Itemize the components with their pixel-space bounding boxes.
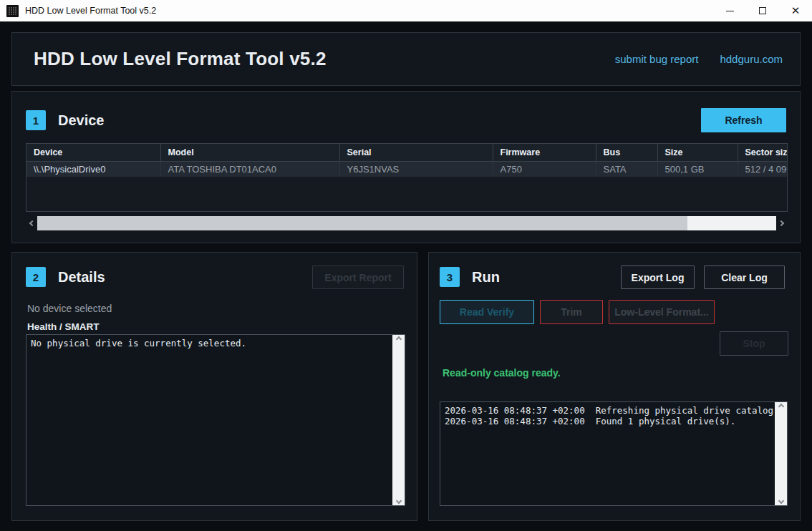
submit-bug-report-link[interactable]: submit bug report <box>615 53 699 65</box>
details-section-title: Details <box>58 269 105 286</box>
window-title: HDD Low Level Format Tool v5.2 <box>25 6 156 16</box>
scroll-left-icon[interactable] <box>26 216 37 230</box>
close-button[interactable]: ✕ <box>779 0 812 21</box>
maximize-button[interactable] <box>746 0 779 21</box>
table-header-cell[interactable]: Serial <box>339 144 493 161</box>
log-line: 2026-03-16 08:48:37 +02:00 Refreshing ph… <box>445 405 770 416</box>
table-cell: 512 / 4 096 <box>738 161 788 177</box>
table-cell: 500,1 GB <box>657 161 738 177</box>
smart-vertical-scrollbar[interactable] <box>392 335 405 505</box>
table-row[interactable]: \\.\PhysicalDrive0ATA TOSHIBA DT01ACA0Y6… <box>26 161 788 177</box>
refresh-button[interactable]: Refresh <box>701 108 786 132</box>
log-vertical-scrollbar[interactable] <box>775 402 787 505</box>
table-cell: Y6JS1NVAS <box>339 161 493 177</box>
device-selected-status: No device selected <box>27 303 112 314</box>
export-report-button[interactable]: Export Report <box>312 266 404 289</box>
health-smart-label: Health / SMART <box>27 321 100 332</box>
scroll-up-icon[interactable] <box>778 404 783 409</box>
scroll-up-icon[interactable] <box>395 336 401 342</box>
run-section-title: Run <box>472 269 500 286</box>
step-1-badge: 1 <box>26 110 46 130</box>
log-line: 2026-03-16 08:48:37 +02:00 Found 1 physi… <box>445 416 770 427</box>
run-section: 3 Run Export Log Clear Log Read Verify T… <box>428 252 801 521</box>
titlebar: HDD Low Level Format Tool v5.2 ✕ <box>0 0 812 22</box>
app-header: HDD Low Level Format Tool v5.2 submit bu… <box>11 32 801 86</box>
table-cell: SATA <box>596 161 657 177</box>
smart-textbox[interactable]: No physical drive is currently selected. <box>26 334 405 506</box>
table-cell: A750 <box>493 161 596 177</box>
table-header-row: DeviceModelSerialFirmwareBusSizeSector s… <box>26 144 788 161</box>
device-table: DeviceModelSerialFirmwareBusSizeSector s… <box>26 144 788 177</box>
table-header-cell[interactable]: Bus <box>596 144 657 161</box>
minimize-button[interactable] <box>713 0 746 21</box>
read-verify-button[interactable]: Read Verify <box>440 300 534 324</box>
table-header-cell[interactable]: Sector size <box>738 144 788 161</box>
scrollbar-track[interactable] <box>37 216 776 230</box>
clear-log-button[interactable]: Clear Log <box>704 266 785 289</box>
scroll-down-icon[interactable] <box>395 498 401 504</box>
close-icon: ✕ <box>791 6 801 16</box>
table-header-cell[interactable]: Firmware <box>493 144 596 161</box>
table-cell: ATA TOSHIBA DT01ACA0 <box>160 161 339 177</box>
catalog-status: Read-only catalog ready. <box>443 367 561 379</box>
smart-text: No physical drive is currently selected. <box>26 335 392 505</box>
header-links: submit bug report hddguru.com <box>615 53 783 65</box>
maximize-icon <box>759 7 766 14</box>
table-cell: \\.\PhysicalDrive0 <box>26 161 160 177</box>
device-section-title: Device <box>58 112 105 129</box>
step-2-badge: 2 <box>26 267 46 287</box>
minimize-icon <box>726 11 734 11</box>
stop-button[interactable]: Stop <box>720 331 788 356</box>
device-table-wrap: DeviceModelSerialFirmwareBusSizeSector s… <box>26 143 788 212</box>
details-section: 2 Details Export Report No device select… <box>11 252 417 521</box>
app-window: HDD Low Level Format Tool v5.2 ✕ HDD Low… <box>0 0 812 531</box>
log-textbox[interactable]: 2026-03-16 08:48:37 +02:00 Refreshing ph… <box>440 401 788 506</box>
log-lines: 2026-03-16 08:48:37 +02:00 Refreshing ph… <box>440 402 775 505</box>
device-section: 1 Device Refresh DeviceModelSerialFirmwa… <box>11 91 801 243</box>
scroll-right-icon[interactable] <box>776 216 788 230</box>
trim-button[interactable]: Trim <box>540 300 603 324</box>
hddguru-link[interactable]: hddguru.com <box>720 53 783 65</box>
step-3-badge: 3 <box>440 267 460 287</box>
scroll-down-icon[interactable] <box>778 498 783 504</box>
horizontal-scrollbar[interactable] <box>26 216 788 230</box>
export-log-button[interactable]: Export Log <box>621 266 695 289</box>
table-header-cell[interactable]: Device <box>26 144 160 161</box>
scrollbar-thumb[interactable] <box>37 216 687 230</box>
table-header-cell[interactable]: Model <box>160 144 339 161</box>
app-icon <box>6 5 19 17</box>
page-title: HDD Low Level Format Tool v5.2 <box>34 48 327 70</box>
table-header-cell[interactable]: Size <box>657 144 738 161</box>
low-level-format-button[interactable]: Low-Level Format... <box>609 300 715 324</box>
